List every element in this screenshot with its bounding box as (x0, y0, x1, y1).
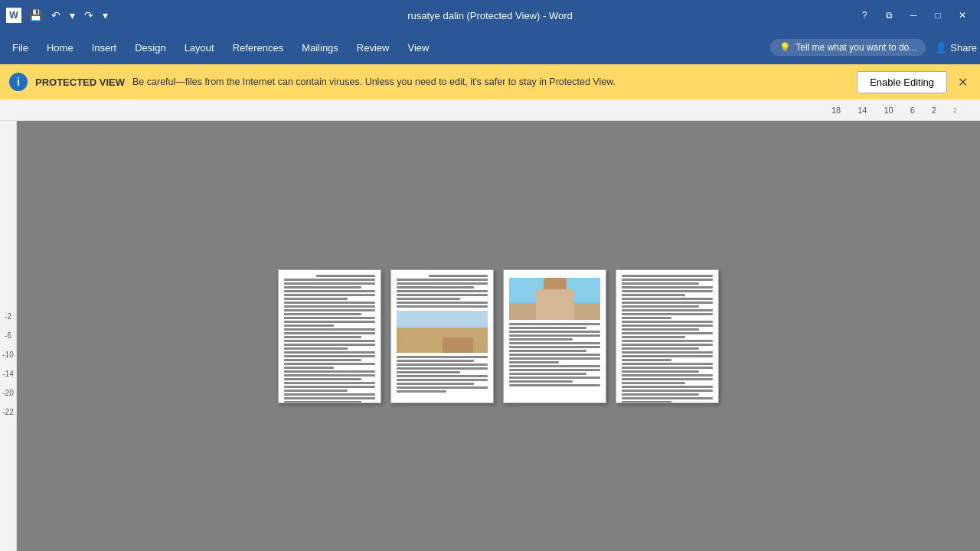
text-line (284, 351, 375, 354)
text-line (397, 302, 488, 304)
text-line (509, 369, 600, 371)
text-line (509, 350, 586, 352)
close-protected-bar-button[interactable]: ✕ (955, 73, 971, 91)
text-line (622, 282, 699, 285)
menu-mailings[interactable]: Mailings (292, 34, 348, 61)
text-line (284, 374, 375, 377)
text-line (284, 324, 334, 327)
page-4 (616, 269, 719, 403)
text-line (622, 275, 713, 277)
text-line (622, 363, 713, 365)
customize-quick-access-button[interactable]: ▾ (100, 8, 111, 23)
menu-design[interactable]: Design (126, 34, 175, 61)
text-line (622, 386, 713, 388)
page-3-text (509, 323, 600, 386)
text-line (622, 378, 713, 380)
text-line (509, 342, 600, 344)
page-4-content (616, 270, 718, 403)
save-button[interactable]: 💾 (26, 8, 45, 23)
minimize-button[interactable]: ─ (902, 5, 925, 26)
ruler-num-2a: 2 (932, 106, 936, 115)
text-line (509, 346, 600, 348)
text-line (284, 282, 375, 285)
text-line (397, 360, 474, 362)
help-button[interactable]: ? (853, 5, 876, 26)
text-line (622, 401, 671, 403)
vertical-ruler: -2 -6 -10 -14 -20 -22 (0, 121, 17, 551)
page-1-text-lines (284, 275, 375, 403)
menu-home[interactable]: Home (38, 34, 83, 61)
building-scene (509, 278, 600, 320)
vruler-num-14: -14 (2, 370, 13, 378)
tell-me-input[interactable]: 💡 Tell me what you want to do... (770, 39, 926, 56)
text-line (622, 332, 713, 334)
text-line (397, 279, 488, 281)
text-line (622, 290, 713, 292)
text-line (284, 390, 348, 392)
enable-editing-button[interactable]: Enable Editing (857, 71, 947, 93)
text-line (284, 305, 375, 308)
undo-dropdown-button[interactable]: ▾ (67, 8, 78, 23)
share-button[interactable]: 👤 Share (935, 42, 977, 54)
ruler-num-18: 18 (831, 106, 841, 115)
text-line (397, 294, 488, 296)
text-line (509, 384, 600, 386)
page-2-text-top (397, 275, 488, 308)
text-line (509, 331, 600, 333)
horizontal-ruler: 18 14 10 6 2 2 (0, 99, 980, 121)
text-line (509, 334, 600, 337)
text-line (284, 336, 361, 338)
page-1 (278, 269, 381, 403)
text-line (284, 328, 375, 331)
text-line (622, 328, 699, 331)
menu-review[interactable]: Review (348, 34, 399, 61)
text-line (284, 397, 375, 399)
text-line (622, 340, 713, 342)
close-button[interactable]: ✕ (951, 5, 974, 26)
ruler-num-14: 14 (858, 106, 867, 115)
text-line (397, 290, 488, 292)
text-line (284, 370, 375, 373)
text-line (622, 367, 713, 369)
text-line (284, 359, 361, 361)
text-line (284, 367, 334, 369)
text-line (397, 375, 488, 377)
text-line (622, 298, 713, 300)
page-2-desert-image (397, 311, 488, 353)
text-line (284, 378, 361, 380)
protected-view-label: PROTECTED VIEW (35, 77, 125, 88)
building-body (536, 289, 574, 320)
share-label: Share (950, 42, 977, 54)
text-line (509, 380, 573, 383)
ruler-num-6: 6 (910, 106, 915, 115)
menu-view[interactable]: View (398, 34, 438, 61)
text-line (284, 355, 375, 357)
building-dome (544, 278, 567, 289)
text-line (284, 393, 375, 396)
menu-file[interactable]: File (3, 34, 38, 61)
text-line (622, 317, 671, 319)
text-line (622, 302, 713, 304)
text-line (397, 367, 488, 370)
menu-layout[interactable]: Layout (175, 34, 224, 61)
text-line (509, 373, 586, 375)
vruler-num-20: -20 (2, 389, 13, 397)
page-2 (390, 269, 494, 403)
text-line (284, 294, 375, 296)
protected-view-bar: i PROTECTED VIEW Be careful—files from t… (0, 64, 980, 99)
menu-insert[interactable]: Insert (83, 34, 126, 61)
protected-view-icon: i (9, 73, 28, 91)
tell-me-text: Tell me what you want to do... (795, 42, 916, 53)
ribbon-display-button[interactable]: ⧉ (877, 5, 900, 26)
text-line (397, 286, 474, 289)
maximize-button[interactable]: □ (926, 5, 949, 26)
text-line (509, 361, 559, 364)
document-title: rusatye dalin (Protected View) - Word (407, 10, 573, 21)
menu-references[interactable]: References (224, 34, 292, 61)
text-line (622, 359, 671, 361)
text-line (622, 324, 713, 327)
undo-button[interactable]: ↶ (48, 8, 64, 23)
redo-button[interactable]: ↷ (81, 8, 96, 23)
text-line (622, 370, 699, 373)
text-line (509, 338, 573, 341)
